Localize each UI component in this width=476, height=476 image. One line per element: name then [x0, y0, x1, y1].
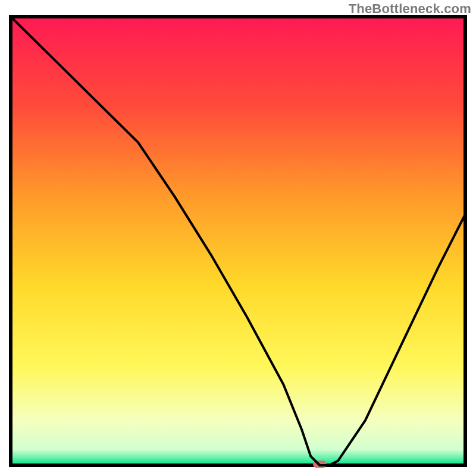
bottleneck-chart: TheBottleneck.com [0, 0, 476, 476]
chart-canvas [0, 0, 476, 476]
